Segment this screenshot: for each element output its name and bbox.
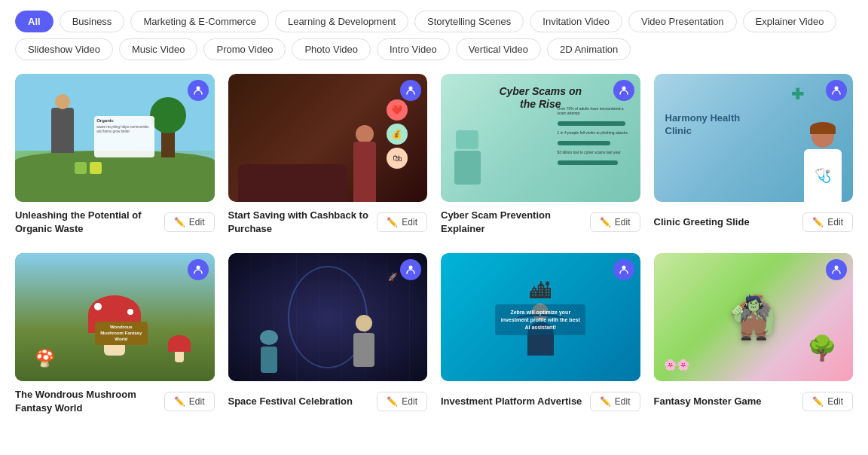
filter-tag-explainer-video[interactable]: Explainer Video bbox=[743, 11, 837, 32]
card-title: Start Saving with Cashback to Purchase bbox=[228, 209, 377, 236]
filter-tag-2d-animation[interactable]: 2D Animation bbox=[547, 38, 631, 60]
card-item: Cyber Scams on the Rise Over 70% of adul… bbox=[441, 74, 640, 240]
card-item: WondrousMushroom FantasyWorld 🍄The Wondr… bbox=[15, 253, 215, 419]
avatar-icon bbox=[613, 80, 634, 101]
card-thumbnail: WondrousMushroom FantasyWorld 🍄 bbox=[15, 253, 215, 381]
card-item: Harmony HealthClinic ✚ 🩺 Clinic Greeting… bbox=[654, 74, 854, 240]
edit-icon: ✏️ bbox=[174, 217, 185, 228]
filter-tag-intro-video[interactable]: Intro Video bbox=[377, 38, 450, 60]
card-item: Organic waste recycling helps communitie… bbox=[15, 74, 215, 240]
card-title: Fantasy Monster Game bbox=[654, 395, 803, 408]
filter-tag-vertical-video[interactable]: Vertical Video bbox=[456, 38, 541, 60]
edit-label: Edit bbox=[827, 217, 843, 228]
card-thumbnail: Organic waste recycling helps communitie… bbox=[15, 74, 215, 202]
avatar-icon bbox=[400, 259, 421, 280]
edit-label: Edit bbox=[402, 396, 417, 407]
card-thumbnail: 🚀 bbox=[228, 253, 428, 381]
card-title: Cyber Scam Prevention Explainer bbox=[441, 209, 590, 236]
edit-icon: ✏️ bbox=[600, 396, 611, 407]
edit-icon: ✏️ bbox=[387, 396, 398, 407]
filter-tag-learning--development[interactable]: Learning & Development bbox=[275, 11, 408, 32]
edit-button[interactable]: ✏️Edit bbox=[590, 212, 640, 232]
avatar-icon bbox=[400, 80, 421, 101]
edit-label: Edit bbox=[189, 396, 205, 407]
card-item: 🚀Space Festival Celebration✏️Edit bbox=[228, 253, 428, 419]
card-title: Investment Platform Advertise bbox=[441, 395, 590, 408]
avatar-icon bbox=[826, 80, 847, 101]
edit-label: Edit bbox=[827, 396, 843, 407]
svg-point-3 bbox=[835, 87, 839, 90]
filter-tag-all[interactable]: All bbox=[15, 11, 53, 32]
svg-point-4 bbox=[196, 266, 200, 270]
filter-tag-business[interactable]: Business bbox=[60, 11, 125, 32]
avatar-icon bbox=[613, 259, 634, 280]
svg-point-7 bbox=[835, 266, 839, 270]
card-item: 🏙 Zebra will optimize your investment pr… bbox=[441, 253, 640, 419]
filter-tag-music-video[interactable]: Music Video bbox=[119, 38, 198, 60]
filter-tag-storytelling-scenes[interactable]: Storytelling Scenes bbox=[414, 11, 524, 32]
edit-button[interactable]: ✏️Edit bbox=[802, 392, 853, 411]
card-item: 🧌 🌳 🌸🌸 🌸Fantasy Monster Game✏️Edit bbox=[654, 253, 854, 419]
card-title: Clinic Greeting Slide bbox=[654, 215, 803, 229]
edit-icon: ✏️ bbox=[387, 217, 398, 228]
card-thumbnail: ❤️ 💰 🛍 bbox=[228, 74, 428, 202]
svg-point-0 bbox=[196, 87, 200, 90]
card-footer: The Wondrous Mushroom Fantasy World✏️Edi… bbox=[15, 381, 215, 419]
card-title: The Wondrous Mushroom Fantasy World bbox=[15, 388, 164, 415]
card-item: ❤️ 💰 🛍 Start Saving with Cashback to Pur… bbox=[228, 74, 428, 240]
edit-icon: ✏️ bbox=[600, 217, 611, 228]
filter-tag-marketing--e-commerce[interactable]: Marketing & E-Commerce bbox=[130, 11, 269, 32]
filter-tag-slideshow-video[interactable]: Slideshow Video bbox=[15, 38, 113, 60]
filter-bar: AllBusinessMarketing & E-CommerceLearnin… bbox=[0, 0, 868, 66]
filter-tag-video-presentation[interactable]: Video Presentation bbox=[628, 11, 737, 32]
filter-tag-invitation-video[interactable]: Invitation Video bbox=[530, 11, 622, 32]
edit-label: Edit bbox=[615, 396, 631, 407]
avatar-icon bbox=[188, 259, 209, 280]
card-thumbnail: Cyber Scams on the Rise Over 70% of adul… bbox=[441, 74, 640, 202]
edit-button[interactable]: ✏️Edit bbox=[164, 212, 215, 232]
edit-button[interactable]: ✏️Edit bbox=[377, 212, 427, 232]
card-footer: Start Saving with Cashback to Purchase✏️… bbox=[228, 202, 428, 240]
filter-tag-promo-video[interactable]: Promo Video bbox=[203, 38, 286, 60]
edit-label: Edit bbox=[402, 217, 417, 228]
edit-button[interactable]: ✏️Edit bbox=[802, 212, 853, 232]
edit-button[interactable]: ✏️Edit bbox=[377, 392, 427, 411]
edit-icon: ✏️ bbox=[174, 396, 185, 407]
card-footer: Investment Platform Advertise✏️Edit bbox=[441, 381, 640, 419]
edit-label: Edit bbox=[615, 217, 631, 228]
card-footer: Unleashing the Potential of Organic Wast… bbox=[15, 202, 215, 240]
card-footer: Clinic Greeting Slide✏️Edit bbox=[654, 202, 854, 240]
svg-point-6 bbox=[622, 266, 625, 270]
edit-button[interactable]: ✏️Edit bbox=[590, 392, 640, 411]
edit-icon: ✏️ bbox=[812, 217, 824, 228]
card-footer: Cyber Scam Prevention Explainer✏️Edit bbox=[441, 202, 640, 240]
card-footer: Fantasy Monster Game✏️Edit bbox=[654, 381, 854, 419]
filter-tag-photo-video[interactable]: Photo Video bbox=[292, 38, 371, 60]
video-grid: Organic waste recycling helps communitie… bbox=[0, 66, 868, 434]
card-thumbnail: Harmony HealthClinic ✚ 🩺 bbox=[654, 74, 854, 202]
svg-point-2 bbox=[622, 87, 625, 90]
card-thumbnail: 🏙 Zebra will optimize your investment pr… bbox=[441, 253, 640, 381]
card-thumbnail: 🧌 🌳 🌸🌸 🌸 bbox=[654, 253, 854, 381]
svg-point-5 bbox=[409, 266, 413, 270]
card-title: Space Festival Celebration bbox=[228, 395, 377, 408]
edit-button[interactable]: ✏️Edit bbox=[164, 392, 215, 411]
avatar-icon bbox=[188, 80, 209, 101]
edit-icon: ✏️ bbox=[812, 396, 824, 407]
edit-label: Edit bbox=[189, 217, 205, 228]
svg-point-1 bbox=[409, 87, 413, 90]
avatar-icon bbox=[826, 259, 847, 280]
card-title: Unleashing the Potential of Organic Wast… bbox=[15, 209, 164, 236]
card-footer: Space Festival Celebration✏️Edit bbox=[228, 381, 428, 419]
